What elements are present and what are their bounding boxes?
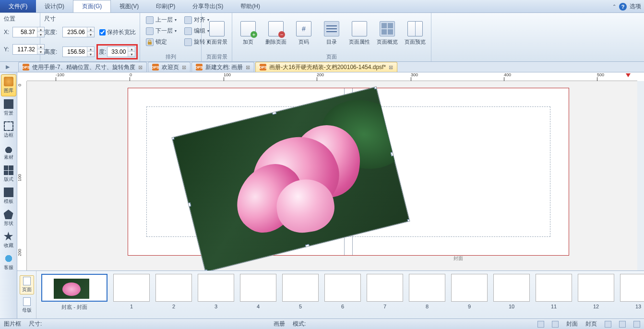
page-background-button[interactable]: 页面背景: [205, 15, 228, 51]
thumb-13[interactable]: 13: [620, 274, 644, 309]
w-up[interactable]: ▲: [87, 27, 94, 32]
menu-export[interactable]: 分享导出(S): [184, 0, 232, 12]
thumb-12[interactable]: 12: [578, 274, 614, 309]
thumb-box[interactable]: [409, 274, 445, 302]
thumb-3[interactable]: 3: [198, 274, 234, 309]
menu-view[interactable]: 视图(V): [111, 0, 147, 12]
thumb-box[interactable]: [113, 274, 150, 302]
selected-image-frame[interactable]: [180, 81, 392, 271]
canvas[interactable]: 封底 封面: [27, 81, 637, 271]
thumb-2[interactable]: 2: [155, 274, 192, 309]
close-icon[interactable]: ⊠: [389, 64, 393, 70]
thumb-7[interactable]: 7: [367, 274, 403, 309]
thumb-box[interactable]: [578, 274, 614, 302]
send-backward-button[interactable]: 下一层▾: [144, 26, 179, 36]
aspect-check[interactable]: [99, 29, 106, 35]
sidebar-border[interactable]: 边框: [1, 119, 16, 141]
close-icon[interactable]: ⊠: [246, 64, 250, 70]
resize-handle-t[interactable]: [272, 110, 276, 115]
menu-design[interactable]: 设计(D): [36, 0, 73, 12]
rot-up[interactable]: ▲: [128, 47, 135, 52]
doc-tab-2[interactable]: DPS新建文档: 画册⊠: [191, 62, 255, 72]
menu-page[interactable]: 页面(G): [73, 0, 111, 12]
thumb-4[interactable]: 4: [240, 274, 276, 309]
sidebar-shape[interactable]: 形状: [1, 208, 16, 229]
thumb-11[interactable]: 11: [536, 274, 572, 309]
thumb-box[interactable]: [282, 274, 319, 302]
toc-button[interactable]: 目录: [320, 15, 344, 51]
tabs-toggle-icon[interactable]: ▶: [4, 63, 12, 70]
thumb-0[interactable]: 封底 - 封面: [41, 274, 107, 311]
menu-print[interactable]: 印刷(P): [147, 0, 184, 12]
menu-help[interactable]: 帮助(H): [232, 0, 269, 12]
scrollbar-vertical[interactable]: [637, 81, 644, 271]
lotus-image[interactable]: [171, 86, 410, 271]
nav-prev-icon[interactable]: [552, 321, 559, 328]
x-input[interactable]: ▲▼: [12, 27, 45, 37]
resize-handle-l[interactable]: [187, 202, 191, 207]
doc-tab-3[interactable]: DPS画册-大16开硬壳精装-文档200106-1454.dpsf*⊠: [255, 62, 397, 72]
thumbs-pages-button[interactable]: 页面: [20, 275, 34, 294]
close-icon[interactable]: ⊠: [138, 64, 143, 70]
rotate-field[interactable]: [107, 48, 128, 55]
add-page-button[interactable]: +加页: [236, 15, 260, 51]
lock-button[interactable]: 锁定: [144, 37, 179, 47]
sidebar-template[interactable]: 模板: [1, 186, 16, 207]
doc-tab-1[interactable]: DPS欢迎页⊠: [148, 62, 191, 72]
thumbs-track[interactable]: 封底 - 封面1234567891011121314: [36, 271, 644, 318]
page-number-button[interactable]: #页码: [292, 15, 316, 51]
page-properties-button[interactable]: 页面属性: [347, 15, 371, 51]
h-field[interactable]: [63, 48, 87, 55]
w-input[interactable]: ▲▼: [62, 27, 95, 37]
thumb-box[interactable]: [536, 274, 572, 302]
resize-handle-b[interactable]: [305, 244, 310, 249]
chevron-up-icon[interactable]: ⌃: [612, 4, 616, 9]
sidebar-support[interactable]: 客服: [1, 252, 16, 273]
y-field[interactable]: [13, 46, 37, 53]
thumb-10[interactable]: 10: [493, 274, 530, 309]
nav-first-icon[interactable]: [537, 321, 544, 328]
thumb-6[interactable]: 6: [324, 274, 361, 309]
menu-file[interactable]: 文件(F): [0, 0, 36, 12]
thumb-box[interactable]: [367, 274, 403, 302]
h-input[interactable]: ▲▼: [62, 47, 95, 57]
thumb-box[interactable]: [240, 274, 276, 302]
sidebar-favorite[interactable]: 收藏: [1, 230, 16, 251]
sidebar-gallery[interactable]: 图库: [1, 74, 16, 96]
thumb-box[interactable]: [324, 274, 361, 302]
doc-tab-0[interactable]: DPS使用手册-7、精确位置、尺寸、旋转角度⊠: [18, 62, 147, 72]
thumb-1[interactable]: 1: [113, 274, 150, 309]
close-icon[interactable]: ⊠: [182, 64, 186, 70]
thumb-5[interactable]: 5: [282, 274, 319, 309]
help-icon[interactable]: ?: [619, 3, 627, 11]
w-field[interactable]: [63, 29, 87, 35]
sidebar-layout[interactable]: 版式: [1, 164, 16, 185]
sidebar-clipart[interactable]: 素材: [1, 141, 16, 163]
aspect-checkbox[interactable]: 保持长宽比: [99, 28, 136, 36]
thumb-box[interactable]: [620, 274, 644, 302]
page-overview-button[interactable]: 页面概览: [375, 15, 399, 51]
h-down[interactable]: ▼: [87, 52, 94, 57]
page-preview-button[interactable]: 页面预览: [403, 15, 427, 51]
x-field[interactable]: [13, 29, 37, 35]
thumb-box[interactable]: [451, 274, 488, 302]
rot-down[interactable]: ▼: [128, 52, 135, 57]
options-label[interactable]: 选项: [630, 2, 641, 11]
delete-page-button[interactable]: −删除页面: [264, 15, 288, 51]
rotate-handle[interactable]: [268, 96, 274, 102]
bring-forward-button[interactable]: 上一层▾: [144, 15, 179, 25]
thumbs-master-button[interactable]: 母版: [20, 296, 34, 315]
nav-last-icon[interactable]: [619, 321, 626, 328]
y-input[interactable]: ▲▼: [12, 44, 45, 55]
w-down[interactable]: ▼: [87, 32, 94, 37]
thumb-8[interactable]: 8: [409, 274, 445, 309]
thumb-box[interactable]: [198, 274, 234, 302]
resize-handle-tr[interactable]: [374, 86, 379, 89]
thumb-box[interactable]: [493, 274, 530, 302]
thumb-9[interactable]: 9: [451, 274, 488, 309]
thumb-box[interactable]: [41, 274, 107, 302]
rotate-input[interactable]: ▲▼: [107, 47, 135, 57]
nav-next-icon[interactable]: [605, 321, 611, 328]
sidebar-background[interactable]: 背景: [1, 97, 16, 118]
h-up[interactable]: ▲: [87, 47, 94, 52]
